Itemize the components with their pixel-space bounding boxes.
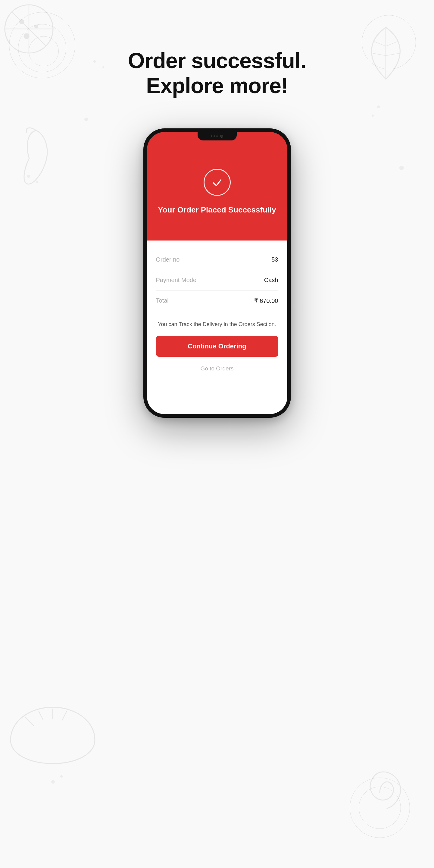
order-no-value: 53 xyxy=(271,256,278,263)
total-label: Total xyxy=(156,297,169,304)
payment-mode-label: Payment Mode xyxy=(156,277,197,284)
notch-dot-1 xyxy=(211,135,212,137)
success-section: Your Order Placed Successfully xyxy=(147,132,287,241)
continue-ordering-button[interactable]: Continue Ordering xyxy=(156,336,278,357)
total-row: Total ₹ 670.00 xyxy=(156,290,278,311)
payment-mode-row: Payment Mode Cash xyxy=(156,270,278,290)
phone-mockup: Your Order Placed Successfully Order no … xyxy=(143,128,291,418)
track-message: You can Track the Delivery in the Orders… xyxy=(156,320,278,329)
total-value: ₹ 670.00 xyxy=(254,297,278,304)
order-details: Order no 53 Payment Mode Cash Total ₹ 67… xyxy=(156,250,278,311)
phone-notch xyxy=(198,132,237,141)
goto-orders-link[interactable]: Go to Orders xyxy=(156,363,278,374)
payment-mode-value: Cash xyxy=(264,277,278,284)
notch-dot-3 xyxy=(216,135,218,137)
success-title: Your Order Placed Successfully xyxy=(149,204,285,215)
notch-dot-2 xyxy=(213,135,215,137)
phone-inner: Your Order Placed Successfully Order no … xyxy=(147,132,287,414)
notch-camera xyxy=(220,135,223,138)
page-title: Order successful. Explore more! xyxy=(128,48,306,98)
notch-dots xyxy=(211,135,218,137)
order-details-section: Order no 53 Payment Mode Cash Total ₹ 67… xyxy=(147,241,287,414)
order-no-label: Order no xyxy=(156,256,180,263)
success-circle xyxy=(204,169,231,196)
checkmark-icon xyxy=(211,176,224,189)
page-wrapper: Order successful. Explore more! xyxy=(0,0,434,868)
order-no-row: Order no 53 xyxy=(156,250,278,270)
